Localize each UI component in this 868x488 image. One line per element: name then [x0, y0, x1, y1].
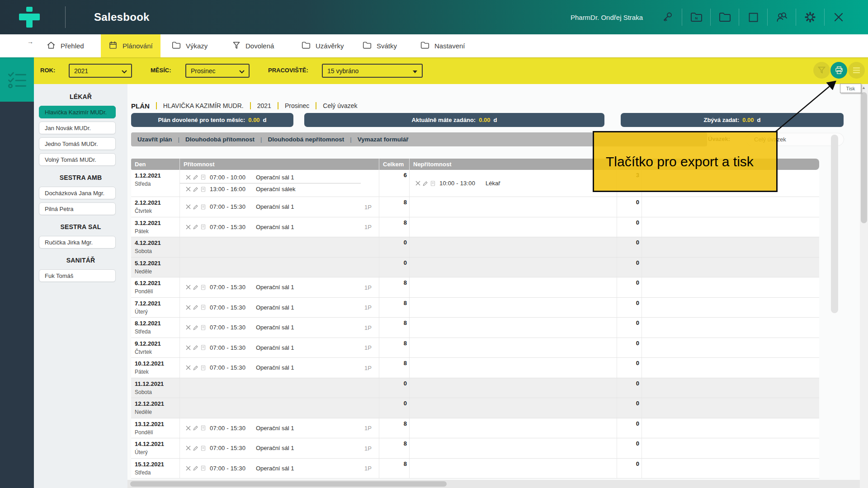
presence-entry: 07:00 - 15:30Operační sál 1 [180, 201, 379, 213]
rok-select[interactable]: 2021 [69, 64, 132, 78]
staff-group: LÉKAŘHlavička Kazimír MUDr.Jan Novák MUD… [34, 93, 127, 166]
delete-entry-icon[interactable] [186, 305, 191, 310]
delete-entry-icon[interactable] [186, 204, 191, 209]
edit-entry-icon[interactable] [193, 345, 198, 350]
date-label: 3.12.2021 [135, 220, 179, 226]
staff-item[interactable]: Hlavička Kazimír MUDr. [39, 106, 116, 118]
staff-group: SESTRA SALRučička Jirka Mgr. [34, 223, 127, 249]
toolbar-action[interactable]: Uzavřít plán [137, 136, 172, 143]
presence-entry: 07:00 - 15:30Operační sál 1 [180, 342, 379, 353]
absence-total-cell: 0 [617, 318, 642, 338]
day-cell: 1.12.2021Středa [131, 170, 180, 197]
tab-svátky[interactable]: Svátky [355, 34, 405, 57]
menu-icon-button[interactable] [848, 62, 865, 79]
toolbar-action[interactable]: Dlouhodobá nepřítomnost [268, 136, 344, 143]
edit-entry-icon[interactable] [193, 174, 198, 180]
print-button[interactable] [830, 62, 847, 79]
absence-total-cell: 0 [617, 358, 642, 378]
entry-place: Operační sál 1 [256, 445, 294, 451]
tab-nastavení[interactable]: Nastavení [413, 34, 473, 57]
toolbar-action[interactable]: Vymazat formulář [358, 136, 409, 143]
folder-icon[interactable] [718, 10, 731, 24]
staff-item[interactable]: Fuk Tomáš [39, 269, 116, 282]
other-workplaces-cell [642, 318, 817, 338]
filter-icon-button[interactable] [813, 62, 830, 79]
staff-item[interactable]: Volný Tomáš MUDr. [39, 153, 116, 166]
copy-entry-icon [201, 446, 206, 451]
staff-item[interactable]: Jedno Tomáš MUDr. [39, 137, 116, 150]
day-cell: 2.12.2021Čtvrtek [131, 197, 180, 217]
absence-cell [410, 197, 617, 217]
vertical-scrollbar-thumb[interactable] [861, 92, 867, 223]
entry-time: 07:00 - 10:00 [210, 174, 250, 181]
gear-icon[interactable] [803, 10, 817, 24]
delete-entry-icon[interactable] [186, 466, 191, 471]
delete-entry-icon[interactable] [186, 285, 191, 290]
delete-entry-icon[interactable] [186, 225, 191, 230]
edit-entry-icon[interactable] [193, 325, 198, 330]
edit-entry-icon[interactable] [423, 181, 428, 186]
edit-entry-icon[interactable] [193, 187, 198, 192]
edit-entry-icon[interactable] [193, 204, 198, 210]
delete-entry-icon[interactable] [186, 365, 191, 370]
main-nav: → PřehledPlánováníVýkazyDovolenáUzávěrky… [0, 34, 868, 57]
delete-entry-icon[interactable] [186, 325, 191, 330]
edit-entry-icon[interactable] [193, 465, 198, 471]
weekday-label: Úterý [135, 309, 179, 315]
day-cell: 15.12.2021Středa [131, 459, 180, 479]
close-icon[interactable] [832, 10, 845, 24]
header-separator [710, 9, 711, 26]
edit-entry-icon[interactable] [193, 305, 198, 310]
medical-cross-logo [19, 7, 40, 28]
tab-přehled[interactable]: Přehled [39, 34, 92, 57]
folder-n-icon[interactable]: N [689, 10, 703, 24]
plan-row-13.12.2021: 13.12.2021Pondělí07:00 - 15:30Operační s… [131, 418, 819, 439]
collapse-arrow-icon[interactable]: → [27, 38, 33, 45]
entry-place: Operační sál 1 [256, 465, 294, 472]
staff-group-title: SESTRA SAL [34, 223, 127, 230]
inner-scrollbar-thumb[interactable] [831, 135, 838, 313]
edit-entry-icon[interactable] [193, 446, 198, 451]
pracoviste-select[interactable]: 15 vybráno [322, 64, 423, 78]
mesic-select[interactable]: Prosinec [185, 64, 250, 78]
edit-entry-icon[interactable] [193, 365, 198, 371]
staff-item[interactable]: Ručička Jirka Mgr. [39, 236, 116, 249]
edit-entry-icon[interactable] [193, 224, 198, 230]
toolbar-action[interactable]: Dlouhodobá přítomnost [185, 136, 255, 143]
presence-total-cell: 8 [379, 197, 410, 217]
staff-item[interactable]: Docházková Jana Mgr. [39, 187, 116, 199]
scroll-up-icon[interactable]: ▲ [862, 85, 866, 90]
delete-entry-icon[interactable] [186, 426, 191, 431]
delete-entry-icon[interactable] [415, 181, 420, 186]
tab-plánování[interactable]: Plánování [101, 34, 160, 57]
staff-item[interactable]: Jan Novák MUDr. [39, 122, 116, 134]
edit-entry-icon[interactable] [193, 285, 198, 290]
horizontal-scrollbar-thumb[interactable] [130, 481, 447, 487]
other-workplaces-cell [642, 197, 817, 217]
entry-place: Operační sál 1 [256, 364, 294, 371]
tab-výkazy[interactable]: Výkazy [164, 34, 215, 57]
presence-cell: 07:00 - 15:30Operační sál 11P [180, 358, 379, 378]
rok-label: ROK: [40, 67, 55, 74]
delete-entry-icon[interactable] [186, 446, 191, 450]
checklist-icon[interactable] [0, 57, 34, 102]
staff-item[interactable]: Pilná Petra [39, 202, 116, 215]
user-search-icon[interactable] [775, 10, 788, 24]
delete-entry-icon[interactable] [186, 345, 191, 350]
presence-entry: 07:00 - 15:30Operační sál 1 [180, 301, 379, 313]
delete-entry-icon[interactable] [186, 187, 191, 192]
folder-icon [172, 41, 181, 51]
edit-entry-icon[interactable] [193, 425, 198, 431]
horizontal-scrollbar[interactable] [127, 480, 860, 488]
key-icon[interactable] [661, 10, 675, 24]
entry-time: 07:00 - 15:30 [210, 364, 250, 371]
delete-entry-icon[interactable] [186, 175, 191, 180]
square-icon[interactable] [746, 10, 760, 24]
entry-time: 07:00 - 15:30 [210, 304, 250, 311]
copy-entry-icon [201, 465, 206, 471]
vertical-scrollbar[interactable]: ▲ [860, 84, 868, 488]
date-label: 12.12.2021 [135, 400, 179, 407]
tab-uzávěrky[interactable]: Uzávěrky [294, 34, 352, 57]
day-cell: 10.12.2021Pátek [131, 358, 180, 378]
tab-dovolená[interactable]: Dovolená [225, 34, 282, 57]
